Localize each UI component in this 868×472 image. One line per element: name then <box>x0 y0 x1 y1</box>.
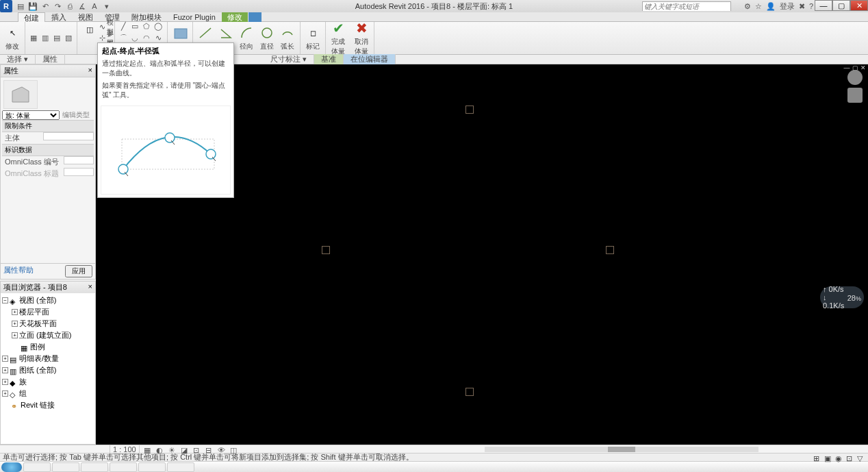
unhide-icon[interactable]: 👁 <box>218 446 226 453</box>
polygon-icon[interactable]: ⬠ <box>141 21 152 32</box>
set-plane-button[interactable] <box>170 25 190 42</box>
tree-schedules[interactable]: +▤明细表/数量 <box>2 353 94 364</box>
taskbar-item[interactable] <box>81 462 108 472</box>
star-icon[interactable]: ☆ <box>755 2 762 11</box>
rect-icon[interactable]: ▭ <box>129 21 140 32</box>
login-label[interactable]: 登录 <box>780 1 795 12</box>
exchange-icon[interactable]: ✖ <box>799 2 805 11</box>
tag-button[interactable]: ◻标记 <box>303 25 322 51</box>
cancel-button[interactable]: ✖取消 体量 <box>352 20 371 56</box>
expand-icon[interactable]: + <box>2 379 8 385</box>
tree-elevations[interactable]: +立面 (建筑立面) <box>12 330 94 341</box>
modify-button[interactable]: ↖ 修改 <box>3 25 22 51</box>
crop-icon[interactable]: ⊡ <box>193 446 201 453</box>
model-button[interactable]: ◫ <box>80 22 99 55</box>
open-icon[interactable]: ▤ <box>15 1 26 12</box>
visual-style-icon[interactable]: ◐ <box>156 446 164 453</box>
app-icon[interactable]: R <box>0 0 12 12</box>
taskbar-item[interactable] <box>110 462 137 472</box>
minimize-button[interactable]: — <box>815 0 832 11</box>
edit-type-button[interactable]: 编辑类型 <box>62 110 90 120</box>
value-host[interactable] <box>43 132 94 140</box>
finish-button[interactable]: ✔完成 体量 <box>329 20 348 56</box>
close-button[interactable]: ✕ <box>850 0 868 11</box>
expand-icon[interactable]: − <box>2 297 8 303</box>
expand-icon[interactable]: + <box>2 356 8 362</box>
tree-sheets[interactable]: +▥图纸 (全部) <box>2 364 94 376</box>
sb-icon3[interactable]: ◉ <box>835 454 843 461</box>
tab-modify[interactable]: 修改 <box>222 12 248 22</box>
close-icon[interactable]: × <box>88 282 92 293</box>
taskbar-item[interactable] <box>23 462 51 472</box>
detail-level-icon[interactable]: ▦ <box>144 446 152 453</box>
search-input[interactable] <box>643 3 730 11</box>
diameter-dim-button[interactable]: 直径 <box>257 25 277 51</box>
props-toggle-icon[interactable]: ▦ <box>28 33 39 44</box>
expand-icon[interactable]: + <box>12 321 18 327</box>
expand-icon[interactable]: + <box>2 367 8 373</box>
tab-view[interactable]: 视图 <box>73 12 99 22</box>
panel-select[interactable]: 选择 ▾ <box>0 54 36 64</box>
family-types-icon[interactable]: ▤ <box>51 33 62 44</box>
tree-groups[interactable]: +◇组 <box>2 388 94 399</box>
start-button[interactable] <box>1 462 22 472</box>
user-icon[interactable]: 👤 <box>766 2 776 11</box>
tree-families[interactable]: +◆族 <box>2 376 94 388</box>
apply-button[interactable]: 应用 <box>65 265 92 277</box>
value-omni-title[interactable] <box>64 168 94 176</box>
temp-hide-icon[interactable]: ◫ <box>230 446 238 453</box>
radial-dim-button[interactable]: 径向 <box>237 25 256 51</box>
panel-dim[interactable]: 尺寸标注 ▾ <box>264 54 314 64</box>
more-icon[interactable]: ▾ <box>101 1 112 12</box>
taskbar-item[interactable] <box>167 462 194 472</box>
line-icon[interactable]: ╱ <box>118 21 129 32</box>
elevation-marker-n[interactable] <box>465 105 474 114</box>
sb-icon2[interactable]: ▣ <box>824 454 832 461</box>
properties-header[interactable]: 属性× <box>1 65 95 77</box>
crop-show-icon[interactable]: ⊟ <box>205 446 214 453</box>
taskbar-item[interactable] <box>138 462 166 472</box>
type-props-icon[interactable]: ▥ <box>40 33 51 44</box>
tab-addins[interactable]: 附加模块 <box>126 12 167 22</box>
tree-views[interactable]: −◈视图 (全部) <box>2 295 94 306</box>
expand-icon[interactable]: + <box>12 309 18 315</box>
measure-icon[interactable]: ∡ <box>77 1 88 12</box>
taskbar-item[interactable] <box>52 462 79 472</box>
arc-dim-button[interactable]: 弧长 <box>278 25 297 51</box>
tab-create[interactable]: 创建 <box>18 12 45 22</box>
scrollbar-h[interactable] <box>485 447 758 452</box>
type-selector[interactable]: 族: 体量 <box>2 110 60 120</box>
tree-ceilingplans[interactable]: +天花板平面 <box>12 318 94 330</box>
print-icon[interactable]: ⎙ <box>64 1 75 12</box>
circle-icon[interactable]: ◯ <box>153 21 164 32</box>
expand-icon[interactable]: + <box>12 332 18 338</box>
family-cat-icon[interactable]: ▧ <box>63 33 74 44</box>
panel-props[interactable]: 属性 <box>36 54 65 64</box>
properties-help-link[interactable]: 属性帮助 <box>3 265 34 277</box>
redo-icon[interactable]: ↷ <box>52 1 63 12</box>
close-icon[interactable]: × <box>88 66 92 76</box>
elevation-marker-w[interactable] <box>322 246 330 254</box>
tree-legends[interactable]: ▦图例 <box>12 341 94 353</box>
text-icon[interactable]: A <box>89 1 100 12</box>
sb-icon1[interactable]: ⊞ <box>813 454 821 461</box>
maximize-button[interactable]: ▢ <box>832 0 850 11</box>
shadows-icon[interactable]: ◪ <box>181 446 189 453</box>
sb-icon4[interactable]: ⊡ <box>846 454 854 461</box>
nav-home-icon[interactable] <box>847 70 863 85</box>
sb-filter-icon[interactable]: ▽ <box>857 454 865 461</box>
expand-icon[interactable]: + <box>2 390 8 397</box>
elevation-marker-e[interactable] <box>606 246 614 254</box>
elevation-marker-s[interactable] <box>465 388 474 396</box>
sun-path-icon[interactable]: ☀ <box>168 446 177 453</box>
help-search[interactable] <box>642 1 731 11</box>
subscription-icon[interactable]: ⚙ <box>744 2 751 11</box>
tab-insert[interactable]: 插入 <box>46 12 72 22</box>
tab-fuzor[interactable]: Fuzor Plugin <box>168 12 221 22</box>
browser-header[interactable]: 项目浏览器 - 项目8× <box>1 282 95 293</box>
nav-wheel-icon[interactable] <box>847 88 863 103</box>
undo-icon[interactable]: ↶ <box>40 1 51 12</box>
help-icon[interactable]: ? <box>809 2 813 10</box>
value-omni-num[interactable] <box>64 156 94 164</box>
tree-links[interactable]: ⚭Revit 链接 <box>2 399 94 411</box>
